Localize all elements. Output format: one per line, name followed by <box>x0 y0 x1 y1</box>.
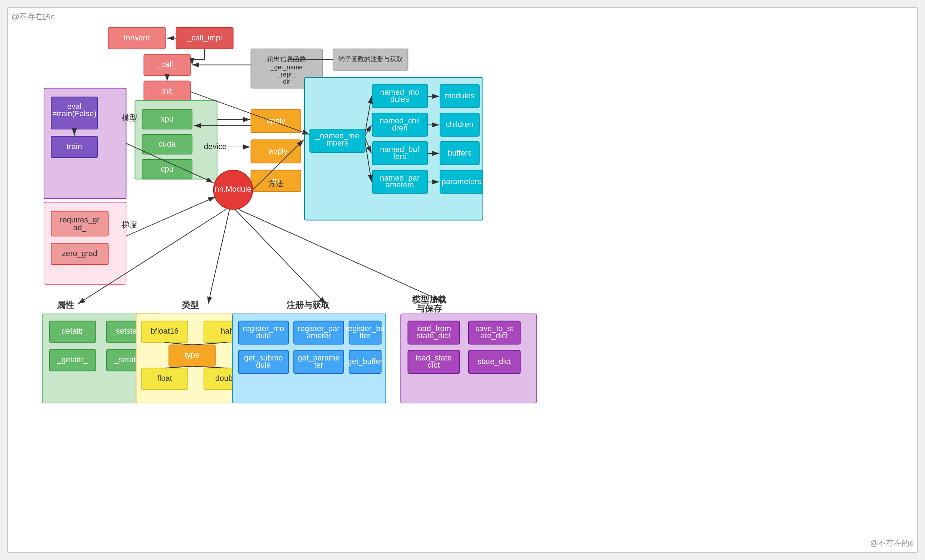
register-buffer-label2: ffer <box>360 331 371 340</box>
property-section-label: 属性 <box>57 300 74 310</box>
get-buffer-label: get_buffer <box>348 357 383 366</box>
requires-grad-label2: ad_ <box>73 223 87 232</box>
output-info-label2: _get_name <box>270 64 303 71</box>
modules-label: modules <box>445 91 475 100</box>
named-modules-label2: dules <box>390 95 409 104</box>
eval-label2: =train(False) <box>52 109 96 118</box>
getattr-label: _getattr_ <box>57 355 88 364</box>
xpu-label: xpu <box>161 114 173 123</box>
float-label: float <box>157 374 172 382</box>
named-buffers-label2: fers <box>393 152 406 161</box>
load-from-label2: state_dict <box>417 331 450 340</box>
load-state-label2: dict <box>428 360 440 369</box>
model-section-label: 模型 <box>122 113 137 122</box>
save-section-label2: 与保存 <box>416 304 443 313</box>
device-arrow-label: device <box>204 142 226 151</box>
apply-label: apply <box>267 116 285 125</box>
children-label: children <box>446 120 474 129</box>
zero-grad-label: zero_grad <box>62 249 97 258</box>
output-info-label3: _repr_ <box>277 71 296 78</box>
train-label: train <box>67 142 82 151</box>
buffers-label: buffers <box>448 148 472 157</box>
init-label: _init_ <box>157 87 177 95</box>
parameters-label: parameters <box>442 177 481 186</box>
output-info-label1: 输出信息函数 <box>267 56 306 63</box>
nn-module-label: nn.Module <box>215 185 251 193</box>
output-info-label4: _dir_ <box>279 78 294 86</box>
arrow-nn-save <box>239 209 440 300</box>
named-members-label2: mbers <box>326 138 348 148</box>
half-label: half <box>221 327 234 336</box>
bfloat16-label: bfloat16 <box>151 327 178 336</box>
diagram-svg: forward _call_impl _call_ _init_ 输出信息函数 … <box>8 8 917 552</box>
hook-func-label: 钩子函数的注册与获取 <box>338 56 403 63</box>
delattr-label: _delattr_ <box>57 327 88 336</box>
type-label: type <box>185 351 199 360</box>
arrow-grad-nn <box>126 197 215 236</box>
named-children-label2: dren <box>392 123 408 132</box>
arrow-nn-reg <box>235 209 326 304</box>
arrow-nn-type <box>208 209 230 304</box>
forward-label: forward <box>124 33 150 42</box>
cpu-label: cpu <box>161 164 173 173</box>
method-section-label: 方法 <box>268 179 284 188</box>
register-module-label2: dule <box>256 331 271 340</box>
call-impl-label: _call_impl <box>187 33 222 42</box>
state-dict-label: state_dict <box>478 357 511 366</box>
call-label: _call_ <box>157 60 178 69</box>
apply2-label: _apply <box>264 147 288 155</box>
type-section-label: 类型 <box>181 300 199 310</box>
cuda-label: cuda <box>158 140 176 148</box>
get-submodule-label2: dule <box>256 360 271 369</box>
gradient-section-label: 梯度 <box>121 220 137 229</box>
register-parameter-label2: ameter <box>307 331 331 340</box>
save-to-label2: ate_dict <box>481 331 508 340</box>
main-container: @不存在的c @不存在的c forward _call_impl _call_ … <box>7 7 918 553</box>
get-parameter-label2: ter <box>314 360 323 369</box>
save-section-label1: 模型加载 <box>412 295 446 304</box>
named-parameters-label2: ameters <box>386 180 414 189</box>
